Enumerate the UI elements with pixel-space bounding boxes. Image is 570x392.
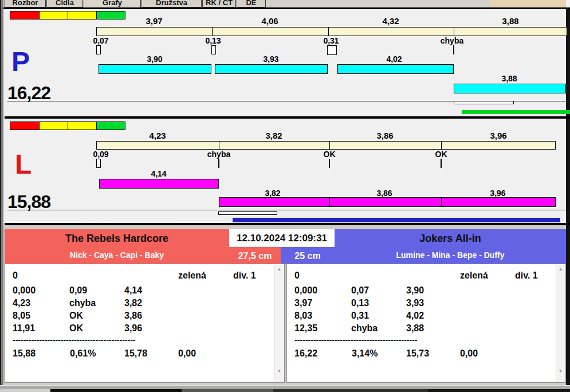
scroll-down-icon[interactable]: ▼ — [556, 369, 565, 374]
status-segment-green — [96, 121, 125, 130]
tab-rk-ct[interactable]: RK / ČT — [202, 0, 236, 7]
app-window: Rozbor Čidla Grafy Družstva RK / ČT DE 3… — [0, 0, 570, 392]
marker-value: OK — [410, 150, 473, 159]
taskbar-segment — [0, 389, 50, 392]
marker-value: chyba — [187, 150, 250, 159]
tab-druzstva[interactable]: Družstva — [141, 0, 202, 7]
log-cell: 4,23 — [13, 298, 30, 308]
ruler-value: 3,88 — [479, 16, 542, 26]
tab-label: Rozbor — [13, 0, 38, 7]
log-start: 0 — [13, 271, 18, 281]
lane-baseline — [7, 210, 566, 210]
ruler-divider — [441, 141, 442, 150]
ruler-value: 3,82 — [242, 131, 305, 140]
log-total: 0,00 — [460, 348, 478, 359]
bar-value: 4,02 — [363, 54, 426, 64]
log-cell: OK — [69, 323, 83, 334]
tab-de[interactable]: DE — [237, 0, 266, 7]
progress-outline-box — [218, 211, 277, 215]
team-left-members: Nick - Caya - Capi - Baky — [5, 250, 229, 260]
tab-label: Družstva — [156, 0, 187, 7]
ruler-divider — [212, 27, 213, 36]
status-segment-yellow — [39, 11, 68, 19]
log-cell: 3,88 — [406, 323, 424, 334]
log-separator: ----------------------------------------… — [13, 335, 135, 344]
log-total: 16,22 — [294, 348, 317, 359]
ruler-divider — [329, 141, 330, 150]
team-right-log-pane[interactable]: 0 zelená div. 1 0,000 0,07 3,90 3,97 0,1… — [286, 264, 566, 383]
ruler-value: 3,97 — [123, 16, 186, 26]
ruler-divider — [454, 27, 454, 36]
bar-value: 3,96 — [466, 189, 529, 198]
log-status: zelená — [460, 271, 488, 281]
team-left-log-pane[interactable]: 0 zelená div. 1 0,000 0,09 4,14 4,23 chy… — [5, 264, 285, 383]
log-cell: 12,35 — [294, 323, 317, 334]
bar-value: 3,90 — [123, 54, 186, 64]
team-right-name: Jokers All-in — [335, 233, 566, 245]
log-cell: chyba — [69, 298, 96, 308]
log-cell: 4,02 — [406, 311, 424, 321]
window-right-border — [566, 7, 570, 385]
marker-tick — [218, 159, 219, 168]
log-division: div. 1 — [515, 271, 538, 281]
team-right-header: Jokers All-in Lumine - Mina - Bepe - Duf… — [335, 229, 566, 264]
log-cell: 8,05 — [13, 311, 30, 321]
tab-grafy[interactable]: Grafy — [84, 0, 141, 7]
status-segment-yellow — [68, 11, 97, 19]
marker-gap-box-large — [327, 45, 337, 55]
log-cell: 3,96 — [124, 323, 142, 334]
taskbar-segment — [273, 389, 428, 392]
marker-value: chyba — [420, 36, 483, 45]
team-left-header: The Rebels Hardcore Nick - Caya - Capi -… — [5, 229, 229, 264]
ruler-bar — [96, 27, 567, 36]
taskbar-sliver — [0, 389, 570, 392]
ruler-value: 4,06 — [238, 16, 301, 26]
scroll-down-icon[interactable]: ▼ — [275, 369, 284, 374]
ruler-divider — [328, 27, 329, 36]
tab-label: Grafy — [103, 0, 122, 7]
scrollbar[interactable]: ▲ ▼ — [274, 265, 284, 382]
marker-tick — [329, 159, 330, 168]
team-right-members: Lumine - Mina - Bepe - Duffy — [335, 250, 566, 260]
marker-value: OK — [298, 150, 361, 159]
log-cell: 3,97 — [294, 298, 312, 308]
scrollbar[interactable]: ▲ ▼ — [556, 265, 565, 382]
scroll-up-icon[interactable]: ▲ — [556, 266, 565, 272]
tab-rozbor[interactable]: Rozbor — [5, 0, 46, 7]
ruler-bar — [96, 141, 556, 150]
log-cell: OK — [69, 311, 83, 321]
team-left-name: The Rebels Hardcore — [5, 233, 229, 245]
log-cell: 3,82 — [124, 298, 142, 308]
status-segment-yellow — [39, 121, 68, 130]
measure-bar-cyan — [215, 64, 328, 74]
tab-label: RK / ČT — [206, 0, 233, 7]
datetime-box: 12.10.2024 12:09:31 — [229, 229, 335, 247]
log-total: 3,14% — [352, 348, 378, 359]
measure-bar-divider — [441, 197, 442, 207]
scroll-up-icon[interactable]: ▲ — [275, 266, 284, 272]
log-separator: ----------------------------------------… — [294, 335, 417, 344]
marker-tick — [453, 45, 454, 54]
measure-bar-cyan — [99, 64, 211, 74]
tab-label: Čidla — [56, 0, 74, 7]
bar-value: 3,86 — [353, 189, 416, 198]
log-cell: 3,90 — [406, 285, 424, 296]
marker-value: 0,13 — [182, 36, 245, 45]
log-cell: 0,07 — [351, 285, 369, 296]
measure-bar-cyan — [454, 84, 566, 93]
log-cell: 0,31 — [351, 311, 369, 321]
tab-bar: Rozbor Čidla Grafy Družstva RK / ČT DE — [3, 0, 566, 7]
status-segment-red — [10, 11, 40, 19]
ruler-value: 3,96 — [467, 131, 530, 140]
log-cell: 0,000 — [294, 285, 317, 296]
ruler-divider — [219, 141, 219, 150]
panel-mid-divider — [5, 116, 570, 119]
status-segment-yellow — [68, 121, 97, 130]
log-total: 15,88 — [13, 348, 36, 359]
ruler-value: 3,86 — [353, 131, 416, 140]
bar-value: 3,93 — [239, 54, 302, 64]
tab-cidla[interactable]: Čidla — [46, 0, 83, 7]
marker-value: 0,09 — [69, 150, 132, 159]
log-cell: 4,14 — [124, 285, 142, 296]
panel-top-divider — [3, 7, 570, 9]
